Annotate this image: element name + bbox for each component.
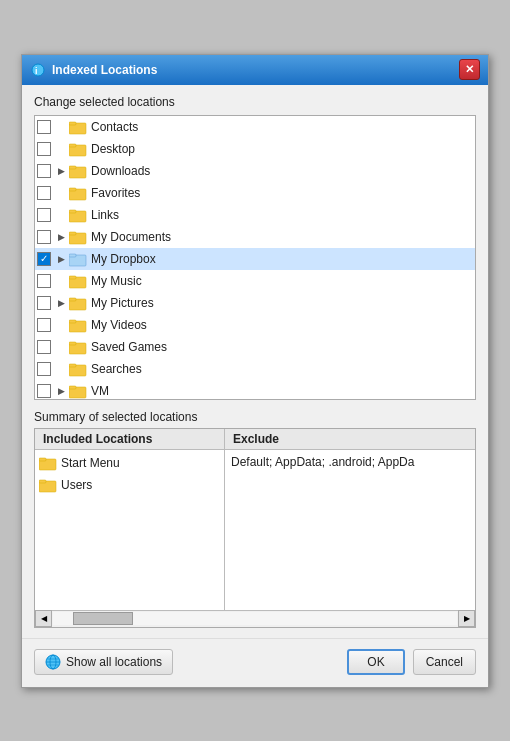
folder-icon: [69, 361, 87, 377]
footer-right: OK Cancel: [347, 649, 476, 675]
svg-rect-9: [69, 188, 76, 191]
expand-arrow: [55, 209, 67, 221]
expand-arrow: [55, 143, 67, 155]
expand-arrow: [55, 341, 67, 353]
summary-row-users[interactable]: Users: [35, 474, 224, 496]
item-name-my-dropbox: My Dropbox: [91, 252, 156, 266]
folder-icon-users: [39, 477, 57, 493]
svg-rect-29: [39, 458, 46, 461]
summary-scrollbar[interactable]: ◀ ▶: [35, 610, 475, 627]
summary-row-start-menu[interactable]: Start Menu: [35, 452, 224, 474]
item-name-my-pictures: My Pictures: [91, 296, 154, 310]
item-name-vm: VM: [91, 384, 109, 398]
exclude-text-users: Default; AppData; .android; AppDa: [229, 452, 471, 472]
svg-rect-3: [69, 122, 76, 125]
expand-arrow-downloads[interactable]: ▶: [55, 165, 67, 177]
expand-arrow: [55, 187, 67, 199]
folder-icon: [69, 383, 87, 399]
checkbox-downloads[interactable]: [37, 164, 51, 178]
scrollbar-track[interactable]: [53, 612, 457, 625]
summary-section: Summary of selected locations Included L…: [34, 410, 476, 628]
dialog-body: Change selected locations Contacts: [22, 85, 488, 638]
locations-box: Contacts Desktop ▶: [34, 115, 476, 400]
expand-arrow: [55, 121, 67, 133]
svg-text:i: i: [35, 66, 38, 76]
item-name-links: Links: [91, 208, 119, 222]
svg-rect-19: [69, 298, 76, 301]
checkbox-favorites[interactable]: [37, 186, 51, 200]
svg-rect-15: [69, 254, 76, 257]
svg-rect-5: [69, 144, 76, 147]
dialog-footer: Show all locations OK Cancel: [22, 638, 488, 687]
dialog-icon: i: [30, 62, 46, 78]
expand-arrow: [55, 363, 67, 375]
checkbox-vm[interactable]: [37, 384, 51, 398]
summary-label: Summary of selected locations: [34, 410, 476, 424]
list-item[interactable]: Contacts: [35, 116, 475, 138]
ok-button[interactable]: OK: [347, 649, 404, 675]
list-item[interactable]: My Videos: [35, 314, 475, 336]
col-header-exclude: Exclude: [225, 429, 475, 449]
folder-icon: [69, 119, 87, 135]
folder-icon: [69, 317, 87, 333]
checkbox-contacts[interactable]: [37, 120, 51, 134]
summary-exclude-list: Default; AppData; .android; AppDa: [225, 450, 475, 610]
item-name-my-videos: My Videos: [91, 318, 147, 332]
item-name-downloads: Downloads: [91, 164, 150, 178]
folder-icon: [69, 229, 87, 245]
expand-arrow-vm[interactable]: ▶: [55, 385, 67, 397]
list-item[interactable]: ▶ Downloads: [35, 160, 475, 182]
list-item[interactable]: Desktop: [35, 138, 475, 160]
list-item[interactable]: ✓ ▶ My Dropbox: [35, 248, 475, 270]
list-item[interactable]: Links: [35, 204, 475, 226]
folder-icon: [69, 251, 87, 267]
expand-arrow-my-pictures[interactable]: ▶: [55, 297, 67, 309]
list-item[interactable]: My Music: [35, 270, 475, 292]
users-label: Users: [61, 478, 92, 492]
svg-rect-11: [69, 210, 76, 213]
item-name-favorites: Favorites: [91, 186, 140, 200]
checkbox-searches[interactable]: [37, 362, 51, 376]
close-button[interactable]: ✕: [459, 59, 480, 80]
scrollbar-thumb[interactable]: [73, 612, 133, 625]
dialog-title: Indexed Locations: [52, 63, 459, 77]
summary-included-list: Start Menu Users: [35, 450, 225, 610]
list-item[interactable]: ▶ My Pictures: [35, 292, 475, 314]
svg-rect-17: [69, 276, 76, 279]
globe-icon: [45, 654, 61, 670]
list-item[interactable]: ▶ My Documents: [35, 226, 475, 248]
list-item[interactable]: Saved Games: [35, 336, 475, 358]
checkbox-my-dropbox[interactable]: ✓: [37, 252, 51, 266]
expand-arrow-my-documents[interactable]: ▶: [55, 231, 67, 243]
svg-rect-7: [69, 166, 76, 169]
expand-arrow-my-dropbox[interactable]: ▶: [55, 253, 67, 265]
svg-rect-31: [39, 480, 46, 483]
scroll-right-arrow[interactable]: ▶: [458, 610, 475, 627]
checkbox-my-music[interactable]: [37, 274, 51, 288]
expand-arrow: [55, 275, 67, 287]
checkbox-my-pictures[interactable]: [37, 296, 51, 310]
cancel-button[interactable]: Cancel: [413, 649, 476, 675]
summary-box: Included Locations Exclude Start Menu: [34, 428, 476, 628]
checkbox-saved-games[interactable]: [37, 340, 51, 354]
checkbox-desktop[interactable]: [37, 142, 51, 156]
svg-rect-25: [69, 364, 76, 367]
checkbox-my-videos[interactable]: [37, 318, 51, 332]
item-name-my-music: My Music: [91, 274, 142, 288]
indexed-locations-dialog: i Indexed Locations ✕ Change selected lo…: [21, 54, 489, 688]
locations-list[interactable]: Contacts Desktop ▶: [35, 116, 475, 399]
folder-icon-start-menu: [39, 455, 57, 471]
show-all-locations-button[interactable]: Show all locations: [34, 649, 173, 675]
summary-content: Start Menu Users Default; AppData; .andr…: [35, 450, 475, 610]
list-item[interactable]: ▶ VM: [35, 380, 475, 399]
item-name-searches: Searches: [91, 362, 142, 376]
folder-icon: [69, 339, 87, 355]
list-item[interactable]: Searches: [35, 358, 475, 380]
item-name-contacts: Contacts: [91, 120, 138, 134]
checkbox-my-documents[interactable]: [37, 230, 51, 244]
scroll-left-arrow[interactable]: ◀: [35, 610, 52, 627]
checkbox-links[interactable]: [37, 208, 51, 222]
summary-header: Included Locations Exclude: [35, 429, 475, 450]
folder-icon: [69, 273, 87, 289]
list-item[interactable]: Favorites: [35, 182, 475, 204]
